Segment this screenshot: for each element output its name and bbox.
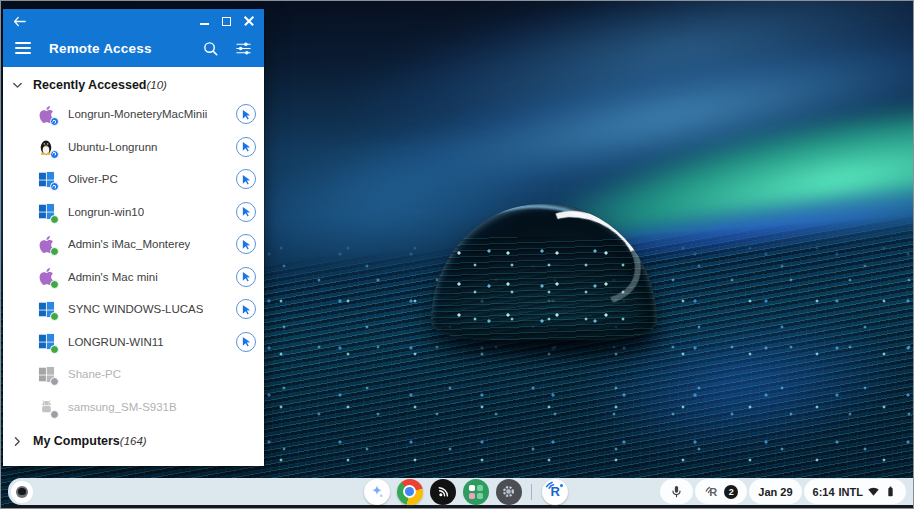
device-label: Longrun-MoneteryMacMinii (68, 108, 207, 120)
cursor-icon (241, 141, 252, 152)
connect-button[interactable] (236, 202, 256, 222)
platform-icon (36, 202, 56, 222)
cursor-icon (241, 206, 252, 217)
connect-button[interactable] (236, 137, 256, 157)
device-label: samsung_SM-S931B (68, 401, 177, 413)
app-toolbar: Remote Access (3, 33, 264, 67)
status-badge (50, 182, 59, 191)
group-title: My Computers (33, 434, 120, 448)
back-button[interactable] (13, 16, 26, 27)
close-button[interactable] (244, 16, 254, 26)
launcher-star-icon (369, 484, 385, 500)
settings-button[interactable] (495, 478, 522, 505)
status-badge (50, 345, 59, 354)
device-row[interactable]: LONGRUN-WIN11 (3, 326, 264, 359)
date-label: Jan 29 (758, 486, 792, 498)
hamburger-menu-icon[interactable] (13, 40, 33, 56)
minimize-button[interactable] (200, 17, 209, 25)
launcher-button[interactable] (363, 478, 390, 505)
device-label: Shane-PC (68, 368, 121, 380)
green-tiles-icon (463, 479, 489, 505)
connect-button[interactable] (236, 267, 256, 287)
chrome-button[interactable] (396, 478, 423, 505)
search-button[interactable] (202, 40, 219, 57)
device-area: Recently Accessed (10) Longrun-MoneteryM… (3, 67, 264, 466)
gear-icon (500, 483, 517, 500)
system-tray-pill[interactable]: 6:14 INTL (804, 479, 906, 504)
date-pill[interactable]: Jan 29 (749, 479, 801, 504)
search-icon (202, 40, 219, 57)
group-recently-accessed[interactable]: Recently Accessed (10) (3, 72, 264, 98)
device-row[interactable]: samsung_SM-S931B (3, 391, 264, 424)
cursor-icon (241, 304, 252, 315)
device-row[interactable]: Shane-PC (3, 358, 264, 391)
device-row[interactable]: Longrun-win10 (3, 196, 264, 229)
chrome-icon (397, 479, 423, 505)
remoteview-app-button[interactable]: R (541, 478, 568, 505)
device-row[interactable]: SYNC WINDOWS-LUCAS (3, 293, 264, 326)
connect-button[interactable] (236, 299, 256, 319)
device-label: SYNC WINDOWS-LUCAS (68, 303, 203, 315)
arrow-left-icon (13, 16, 26, 27)
device-row[interactable]: Longrun-MoneteryMacMinii (3, 98, 264, 131)
group-count: (10) (147, 79, 167, 91)
network-label: INTL (839, 486, 863, 498)
maximize-icon (222, 17, 231, 26)
cursor-icon (241, 109, 252, 120)
platform-icon (36, 267, 56, 287)
shelf: R R 2 (8, 478, 913, 505)
close-icon (244, 16, 254, 26)
remoteview-notification-icon: R (704, 485, 720, 499)
chevron-right-icon (11, 435, 24, 448)
clock-label: 6:14 (813, 486, 835, 498)
notification-count-badge: 2 (724, 485, 738, 499)
cursor-icon (241, 271, 252, 282)
device-label: Ubuntu-Longrunn (68, 141, 158, 153)
microphone-icon (669, 484, 684, 499)
platform-icon (36, 104, 56, 124)
platform-icon (36, 397, 56, 417)
remote-access-window: Remote Access (3, 9, 264, 466)
cursor-icon (241, 239, 252, 250)
app-grid-button[interactable] (462, 478, 489, 505)
remoteview-letter: R (551, 484, 560, 499)
cursor-icon (241, 336, 252, 347)
app-title: Remote Access (49, 41, 152, 56)
status-badge (50, 117, 59, 126)
group-title: Recently Accessed (33, 78, 147, 92)
platform-icon (36, 364, 56, 384)
record-dot (18, 488, 26, 496)
maximize-button[interactable] (222, 17, 231, 26)
connect-button[interactable] (236, 169, 256, 189)
status-badge (50, 247, 59, 256)
connect-button[interactable] (236, 332, 256, 352)
screen: Remote Access (0, 0, 914, 509)
group-my-computers[interactable]: My Computers (164) (3, 428, 264, 454)
record-dot-ring (16, 486, 28, 498)
screen-bottom-edge (1, 505, 913, 508)
device-row[interactable]: Admin's Mac mini (3, 261, 264, 294)
connect-button[interactable] (236, 234, 256, 254)
filter-button[interactable] (235, 40, 252, 57)
notifier-letter: R (709, 486, 717, 498)
group-count: (164) (120, 435, 147, 447)
device-row[interactable]: Admin's iMac_Monterey (3, 228, 264, 261)
shelf-separator (531, 484, 532, 500)
connect-button[interactable] (236, 104, 256, 124)
device-label: Admin's Mac mini (68, 271, 158, 283)
window-controls (200, 16, 254, 26)
status-badge (50, 377, 59, 386)
cast-arcs-icon (435, 484, 451, 500)
mic-status-pill[interactable] (660, 479, 693, 504)
shelf-apps: R (363, 478, 568, 505)
screencast-button[interactable] (429, 478, 456, 505)
device-row[interactable]: Oliver-PC (3, 163, 264, 196)
status-badge (50, 280, 59, 289)
device-row[interactable]: Ubuntu-Longrunn (3, 131, 264, 164)
platform-icon (36, 169, 56, 189)
minimize-icon (200, 23, 209, 25)
status-badge (50, 215, 59, 224)
device-label: Longrun-win10 (68, 206, 144, 218)
screen-record-indicator[interactable] (11, 481, 33, 503)
notification-pill[interactable]: R 2 (695, 479, 747, 504)
